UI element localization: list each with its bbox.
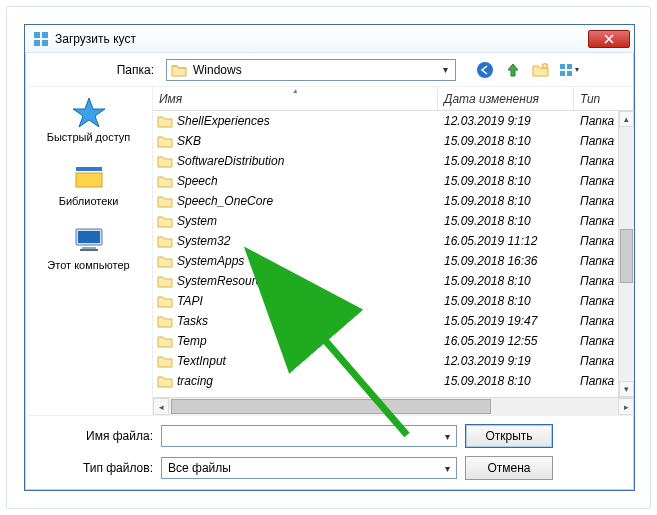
places-bar: Быстрый доступ Библиотеки Этот компьютер [25,87,153,415]
list-item[interactable]: TAPI15.09.2018 8:10Папка [153,291,634,311]
column-name[interactable]: Имя▴ [153,87,438,110]
list-item[interactable]: SKB15.09.2018 8:10Папка [153,131,634,151]
file-list: Имя▴ Дата изменения Тип ShellExperiences… [153,87,634,415]
back-button[interactable] [474,59,496,81]
folder-icon [157,174,173,188]
folder-icon [157,374,173,388]
folder-icon [157,334,173,348]
svg-rect-16 [80,249,98,251]
svg-rect-15 [82,247,96,249]
filename-input[interactable]: ▾ [161,425,457,447]
folder-icon [157,274,173,288]
column-date[interactable]: Дата изменения [438,87,574,110]
place-thispc[interactable]: Этот компьютер [25,223,152,271]
folder-name: Windows [193,63,433,77]
list-item[interactable]: Temp16.05.2019 12:55Папка [153,331,634,351]
close-icon [604,34,614,44]
svg-point-4 [477,62,493,78]
chevron-down-icon: ▾ [439,64,451,75]
close-button[interactable] [588,30,630,48]
folder-icon [157,134,173,148]
star-icon [72,95,106,129]
list-item[interactable]: SystemResources15.09.2018 8:10Папка [153,271,634,291]
cancel-button[interactable]: Отмена [465,456,553,480]
list-item[interactable]: SystemApps15.09.2018 16:36Папка [153,251,634,271]
chevron-down-icon: ▾ [445,431,450,442]
svg-rect-11 [76,173,102,187]
up-button[interactable] [502,59,524,81]
folder-icon [171,63,187,77]
scroll-thumb[interactable] [171,399,491,414]
list-item[interactable]: Tasks15.05.2019 19:47Папка [153,311,634,331]
svg-rect-0 [34,32,40,38]
app-icon [33,31,49,47]
list-item[interactable]: Speech_OneCore15.09.2018 8:10Папка [153,191,634,211]
folder-icon [157,114,173,128]
titlebar: Загрузить куст [25,25,634,53]
svg-rect-8 [560,71,565,76]
folder-icon [157,214,173,228]
svg-rect-9 [567,71,572,76]
folder-icon [157,254,173,268]
scroll-thumb[interactable] [620,229,633,283]
filetype-label: Тип файлов: [35,461,153,475]
svg-rect-1 [42,32,48,38]
folder-icon [157,294,173,308]
view-menu-button[interactable]: ▾ [558,59,580,81]
list-item[interactable]: TextInput12.03.2019 9:19Папка [153,351,634,371]
libraries-icon [72,159,106,193]
view-icon [559,63,573,77]
folder-icon [157,354,173,368]
chevron-down-icon: ▾ [575,65,579,74]
list-item[interactable]: tracing15.09.2018 8:10Папка [153,371,634,391]
place-libraries[interactable]: Библиотеки [25,159,152,207]
up-icon [505,62,521,78]
column-type[interactable]: Тип [574,87,634,110]
folder-icon [157,154,173,168]
filename-label: Имя файла: [35,429,153,443]
open-button[interactable]: Открыть [465,424,553,448]
new-folder-icon [532,62,550,78]
scroll-right-icon[interactable]: ▸ [618,398,634,415]
place-quickaccess[interactable]: Быстрый доступ [25,95,152,143]
sort-asc-icon: ▴ [293,87,297,95]
vertical-scrollbar[interactable]: ▴ ▾ [618,111,634,397]
svg-rect-3 [42,40,48,46]
filetype-combo[interactable]: Все файлы ▾ [161,457,457,479]
list-item[interactable]: SoftwareDistribution15.09.2018 8:10Папка [153,151,634,171]
svg-rect-6 [560,64,565,69]
list-item[interactable]: Speech15.09.2018 8:10Папка [153,171,634,191]
open-file-dialog: Загрузить куст Папка: Windows ▾ ▾ [24,24,635,491]
computer-icon [72,223,106,257]
svg-rect-14 [78,231,100,243]
folder-icon [157,234,173,248]
new-folder-button[interactable] [530,59,552,81]
scroll-left-icon[interactable]: ◂ [153,398,169,415]
horizontal-scrollbar[interactable]: ◂ ▸ [153,397,634,415]
scroll-down-icon[interactable]: ▾ [619,381,634,397]
list-item[interactable]: System15.09.2018 8:10Папка [153,211,634,231]
svg-rect-12 [76,167,102,171]
list-item[interactable]: System3216.05.2019 11:12Папка [153,231,634,251]
folder-icon [157,314,173,328]
folder-label: Папка: [35,63,160,77]
scroll-up-icon[interactable]: ▴ [619,111,634,127]
folder-combo[interactable]: Windows ▾ [166,59,456,81]
window-title: Загрузить куст [55,32,588,46]
chevron-down-icon: ▾ [445,463,450,474]
back-icon [476,61,494,79]
folder-icon [157,194,173,208]
svg-rect-2 [34,40,40,46]
svg-rect-7 [567,64,572,69]
list-item[interactable]: ShellExperiences12.03.2019 9:19Папка [153,111,634,131]
